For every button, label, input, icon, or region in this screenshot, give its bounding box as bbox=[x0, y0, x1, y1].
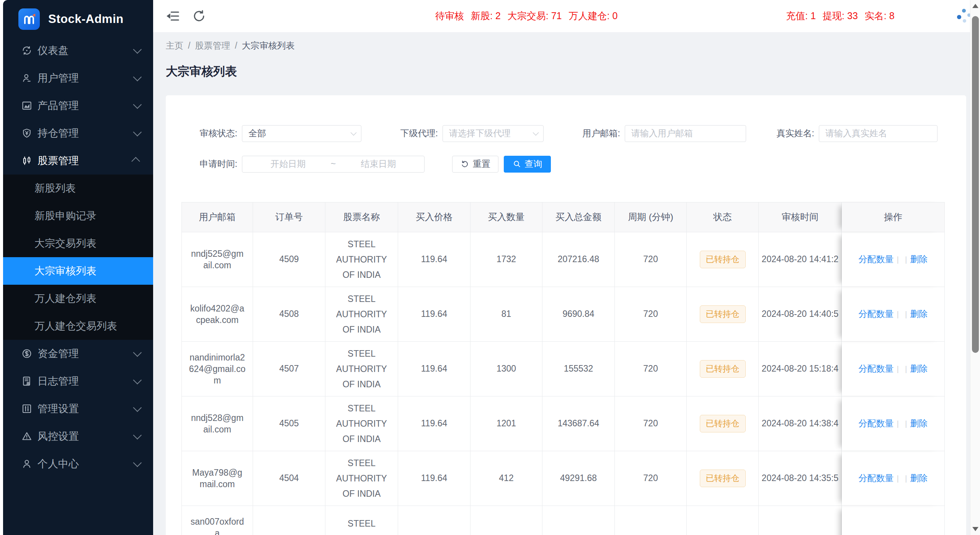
cell-audit-time: 2024-08-20 14:35:5 bbox=[759, 451, 842, 506]
cell-stock: STEEL AUTHORITY OF INDIA bbox=[325, 451, 398, 506]
audit-table: 用户邮箱 订单号 股票名称 买入价格 买入数量 买入总金额 周期 (分钟) 状态… bbox=[181, 202, 941, 535]
cell-qty bbox=[470, 506, 542, 535]
realname-input[interactable] bbox=[825, 128, 931, 139]
table-row: kolifo4202@acpeak.com 4508 STEEL AUTHORI… bbox=[182, 287, 945, 342]
assign-qty-link[interactable]: 分配数量 bbox=[859, 418, 894, 428]
cell-qty: 412 bbox=[470, 451, 542, 506]
sidebar-item-positions[interactable]: 持仓管理 bbox=[3, 119, 153, 147]
date-range-picker[interactable]: 开始日期 ~ 结束日期 bbox=[242, 156, 425, 173]
submenu-item-crowd-position-list[interactable]: 万人建仓列表 bbox=[3, 285, 153, 312]
cell-stock: STEEL bbox=[325, 506, 398, 535]
cell-order: 4508 bbox=[253, 287, 325, 342]
delete-link[interactable]: 删除 bbox=[910, 254, 928, 264]
assign-qty-link[interactable]: 分配数量 bbox=[859, 473, 894, 483]
notification-dots-icon[interactable] bbox=[956, 8, 970, 24]
reset-icon bbox=[460, 160, 469, 169]
app-title: Stock-Admin bbox=[48, 12, 124, 26]
delete-link[interactable]: 删除 bbox=[910, 473, 928, 483]
sidebar-item-label: 管理设置 bbox=[38, 402, 79, 416]
cell-actions: 分配数量||删除 bbox=[842, 232, 945, 287]
vertical-scrollbar[interactable] bbox=[970, 0, 980, 535]
cell-status: 已转持仓 bbox=[687, 287, 759, 342]
cell-email: Maya798@gmail.com bbox=[182, 451, 253, 506]
status-select[interactable]: 全部 bbox=[242, 125, 361, 142]
scroll-up-arrow-icon[interactable] bbox=[972, 4, 978, 8]
cell-qty: 1732 bbox=[470, 232, 542, 287]
pending-audit-stats: 待审核 新股: 2 大宗交易: 71 万人建仓: 0 bbox=[435, 10, 617, 22]
delete-link[interactable]: 删除 bbox=[910, 418, 928, 428]
delete-link[interactable]: 删除 bbox=[910, 364, 928, 374]
scroll-down-arrow-icon[interactable] bbox=[972, 527, 978, 531]
cell-audit-time: 2024-08-20 14:40:5 bbox=[759, 287, 842, 342]
cell-total: 143687.64 bbox=[542, 396, 615, 451]
agent-select[interactable]: 请选择下级代理 bbox=[443, 125, 544, 142]
cell-status: 已转持仓 bbox=[687, 396, 759, 451]
sidebar-item-users[interactable]: 用户管理 bbox=[3, 64, 153, 92]
stat-realname: 实名: 8 bbox=[865, 10, 895, 22]
dashboard-icon bbox=[21, 44, 33, 57]
cell-email: kolifo4202@acpeak.com bbox=[182, 287, 253, 342]
assign-qty-link[interactable]: 分配数量 bbox=[859, 254, 894, 264]
refresh-icon[interactable] bbox=[192, 9, 206, 23]
breadcrumb-current: 大宗审核列表 bbox=[242, 40, 295, 52]
submenu-item-new-stock-list[interactable]: 新股列表 bbox=[3, 175, 153, 202]
chevron-down-icon bbox=[133, 431, 142, 440]
chevron-down-icon bbox=[133, 348, 142, 357]
chevron-down-icon bbox=[133, 376, 142, 385]
stat-withdraw: 提现: 33 bbox=[823, 10, 858, 22]
log-document-icon bbox=[21, 375, 33, 387]
sidebar-item-dashboard[interactable]: 仪表盘 bbox=[3, 37, 153, 64]
col-header-actions: 操作 bbox=[842, 202, 945, 232]
breadcrumb-home[interactable]: 主页 bbox=[166, 40, 183, 52]
cell-email: nndj528@gmail.com bbox=[182, 396, 253, 451]
cell-order: 4507 bbox=[253, 342, 325, 396]
submenu-item-block-trade-list[interactable]: 大宗交易列表 bbox=[3, 230, 153, 257]
submenu-item-block-audit-list[interactable]: 大宗审核列表 bbox=[3, 257, 153, 285]
cell-audit-time: 2024-08-20 15:18:4 bbox=[759, 342, 842, 396]
sidebar-item-funds[interactable]: 资金管理 bbox=[3, 340, 153, 367]
cell-order: 4509 bbox=[253, 232, 325, 287]
cell-total: 155532 bbox=[542, 342, 615, 396]
submenu-item-ipo-records[interactable]: 新股申购记录 bbox=[3, 202, 153, 230]
sidebar-item-logs[interactable]: 日志管理 bbox=[3, 367, 153, 395]
cell-stock: STEEL AUTHORITY OF INDIA bbox=[325, 232, 398, 287]
email-input[interactable] bbox=[631, 128, 740, 139]
sidebar-item-products[interactable]: 产品管理 bbox=[3, 92, 153, 119]
cell-status: 已转持仓 bbox=[687, 232, 759, 287]
app-logo[interactable]: Stock-Admin bbox=[3, 0, 153, 38]
apply-time-filter-label: 申请时间: bbox=[194, 158, 237, 170]
col-header-qty: 买入数量 bbox=[470, 202, 542, 232]
cell-actions bbox=[842, 506, 945, 535]
agent-filter-label: 下级代理: bbox=[395, 127, 438, 139]
pending-finance-stats: 充值: 1 提现: 33 实名: 8 bbox=[786, 10, 894, 22]
page-title: 大宗审核列表 bbox=[166, 64, 966, 79]
breadcrumb: 主页 / 股票管理 / 大宗审核列表 bbox=[166, 40, 966, 52]
sidebar-item-profile[interactable]: 个人中心 bbox=[3, 450, 153, 478]
product-chart-icon bbox=[21, 99, 33, 112]
col-header-email: 用户邮箱 bbox=[182, 202, 253, 232]
sidebar-item-risk-settings[interactable]: 风控设置 bbox=[3, 422, 153, 450]
delete-link[interactable]: 删除 bbox=[910, 309, 928, 319]
reset-button[interactable]: 重置 bbox=[452, 156, 498, 173]
settings-sliders-icon bbox=[21, 403, 33, 415]
chevron-down-icon bbox=[533, 130, 539, 136]
assign-qty-link[interactable]: 分配数量 bbox=[859, 364, 894, 374]
sidebar-item-admin-settings[interactable]: 管理设置 bbox=[3, 395, 153, 422]
submenu-item-crowd-trade-list[interactable]: 万人建仓交易列表 bbox=[3, 312, 153, 340]
status-badge: 已转持仓 bbox=[700, 470, 746, 487]
chevron-down-icon bbox=[133, 45, 142, 54]
query-button[interactable]: 查询 bbox=[504, 156, 551, 173]
cell-period: 720 bbox=[615, 232, 687, 287]
chevron-up-icon bbox=[131, 157, 140, 166]
assign-qty-link[interactable]: 分配数量 bbox=[859, 309, 894, 319]
sidebar-item-stocks[interactable]: 股票管理 bbox=[3, 147, 153, 175]
cell-period: 720 bbox=[615, 451, 687, 506]
collapse-sidebar-icon[interactable] bbox=[166, 9, 180, 23]
cell-period: 720 bbox=[615, 287, 687, 342]
table-row: nndj528@gmail.com 4505 STEEL AUTHORITY O… bbox=[182, 396, 945, 451]
status-badge: 已转持仓 bbox=[700, 305, 746, 323]
scrollbar-thumb[interactable] bbox=[972, 16, 979, 353]
breadcrumb-stocks[interactable]: 股票管理 bbox=[195, 40, 230, 52]
top-header: 待审核 新股: 2 大宗交易: 71 万人建仓: 0 充值: 1 提现: 33 … bbox=[153, 0, 970, 32]
cell-order bbox=[253, 506, 325, 535]
